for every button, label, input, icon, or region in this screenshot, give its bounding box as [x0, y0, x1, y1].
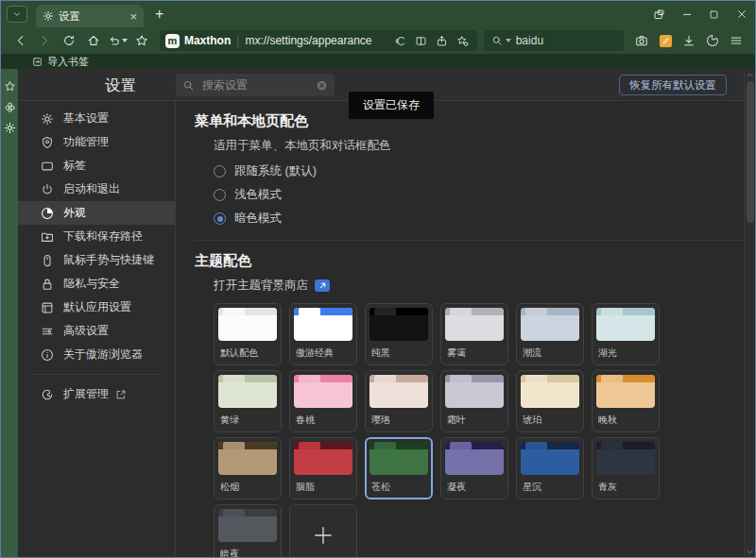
- theme-card[interactable]: 松烟: [214, 437, 282, 499]
- sidebar-item-tabs[interactable]: 标签: [18, 154, 175, 178]
- theme-card[interactable]: 晚秋: [592, 370, 660, 432]
- web-search-box[interactable]: baidu: [484, 30, 624, 51]
- theme-card[interactable]: 傲游经典: [289, 303, 357, 365]
- sidebar-item-downloads[interactable]: 下载和保存路径: [18, 225, 175, 248]
- settings-panel-button[interactable]: [4, 122, 16, 134]
- plus-icon: [312, 524, 335, 547]
- screenshot-button[interactable]: [631, 30, 653, 51]
- address-bar[interactable]: m Maxthon | mx://settings/appearance: [160, 30, 477, 51]
- favorite-page-button[interactable]: [129, 30, 154, 51]
- scrollbar-thumb[interactable]: [747, 81, 754, 223]
- back-button[interactable]: [9, 30, 33, 51]
- main-menu-button[interactable]: [726, 30, 747, 51]
- theme-name: 湖光: [598, 347, 655, 360]
- forward-button[interactable]: [33, 30, 58, 51]
- radio-button[interactable]: [214, 165, 226, 178]
- minimize-button[interactable]: [673, 1, 700, 27]
- home-button[interactable]: [81, 30, 106, 51]
- tab-list-button[interactable]: [7, 6, 27, 23]
- theme-card[interactable]: 春桃: [289, 370, 357, 432]
- theme-name: 凝夜: [447, 481, 504, 494]
- skins-button[interactable]: [702, 30, 724, 51]
- import-icon: [32, 57, 43, 67]
- notes-button[interactable]: [655, 30, 677, 51]
- theme-store-link[interactable]: 打开主题背景商店: [214, 278, 308, 294]
- reload-button[interactable]: [57, 30, 81, 51]
- theme-card[interactable]: 霜叶: [440, 370, 508, 432]
- power-icon: [41, 183, 54, 196]
- theme-card[interactable]: 黄绿: [214, 370, 282, 432]
- settings-menu: 基本设置功能管理标签启动和退出外观下载和保存路径鼠标手势与快捷键隐私与安全默认应…: [18, 101, 176, 557]
- window-controls: [645, 1, 755, 27]
- share-button[interactable]: [434, 32, 451, 49]
- theme-card[interactable]: 默认配色: [214, 303, 282, 365]
- theme-card[interactable]: 青灰: [592, 437, 660, 499]
- sidebar-item-label: 启动和退出: [63, 181, 120, 197]
- reset-all-defaults-button[interactable]: 恢复所有默认设置: [619, 75, 727, 95]
- theme-card[interactable]: 湖光: [592, 303, 660, 365]
- undo-button[interactable]: [106, 30, 130, 51]
- sidebar-item-advanced[interactable]: 高级设置: [18, 319, 175, 343]
- bookmarks-bar: 导入书签: [1, 54, 755, 69]
- theme-card[interactable]: 凝夜: [440, 437, 508, 499]
- swatch-tab: [525, 375, 547, 382]
- mouse-icon: [41, 254, 54, 267]
- sidebar-item-privacy[interactable]: 隐私与安全: [18, 272, 175, 296]
- flower-icon: [4, 101, 16, 113]
- theme-card[interactable]: 苍松: [365, 437, 433, 499]
- radio-button[interactable]: [214, 212, 226, 225]
- open-store-icon[interactable]: [315, 279, 330, 292]
- maxnote-panel-button[interactable]: [4, 101, 16, 113]
- theme-swatch: [218, 375, 277, 408]
- radio-option-dark-mode[interactable]: 暗色模式: [214, 207, 755, 230]
- tab-close-icon[interactable]: ×: [129, 10, 137, 23]
- theme-name: 默认配色: [220, 347, 277, 360]
- split-screen-button[interactable]: [413, 32, 430, 49]
- swatch-tab: [450, 442, 472, 449]
- theme-swatch: [445, 375, 504, 408]
- scroll-up-icon[interactable]: [745, 69, 756, 80]
- theme-card[interactable]: 璎珞: [365, 370, 433, 432]
- search-engine-name: baidu: [516, 34, 543, 47]
- scroll-down-icon[interactable]: [745, 546, 756, 557]
- read-aloud-button[interactable]: [392, 32, 409, 49]
- sidebar-item-about[interactable]: 关于傲游浏览器: [18, 343, 175, 366]
- favorites-settings-button[interactable]: [455, 32, 472, 49]
- theme-card[interactable]: 纯黑: [365, 303, 433, 365]
- theme-card[interactable]: 星沉: [516, 437, 584, 499]
- theme-card[interactable]: 雾霭: [440, 303, 508, 365]
- radio-button[interactable]: [214, 189, 226, 201]
- radio-option-light-mode[interactable]: 浅色模式: [214, 183, 755, 207]
- sidebar-item-extensions[interactable]: 扩展管理: [18, 382, 175, 406]
- sidebar-item-startup[interactable]: 启动和退出: [18, 178, 175, 201]
- sidebar-item-gestures[interactable]: 鼠标手势与快捷键: [18, 248, 175, 272]
- maximize-button[interactable]: [700, 1, 728, 27]
- theme-card[interactable]: 琥珀: [516, 370, 584, 432]
- theme-swatch: [218, 308, 277, 341]
- sidebar-item-appearance[interactable]: 外观: [18, 201, 175, 225]
- external-link-icon: [115, 389, 127, 400]
- read-aloud-icon: [394, 35, 406, 47]
- radio-option-follow-system[interactable]: 跟随系统 (默认): [214, 160, 755, 183]
- theme-card[interactable]: 胭脂: [289, 437, 357, 499]
- workspace-button[interactable]: [645, 1, 673, 27]
- downloads-button[interactable]: [679, 30, 700, 51]
- import-bookmarks-button[interactable]: 导入书签: [47, 55, 89, 69]
- favorites-panel-button[interactable]: [4, 80, 16, 93]
- sidebar-item-basic[interactable]: 基本设置: [18, 107, 175, 130]
- swatch-tab: [223, 308, 245, 315]
- active-tab[interactable]: 设置 ×: [36, 5, 144, 27]
- clear-search-icon[interactable]: [316, 79, 328, 92]
- sidebar-item-default-apps[interactable]: 默认应用设置: [18, 296, 175, 319]
- sidebar-item-features[interactable]: 功能管理: [18, 130, 175, 154]
- app-window-icon: [41, 301, 54, 314]
- settings-search-input[interactable]: [200, 77, 316, 93]
- theme-name: 胭脂: [296, 481, 352, 494]
- new-tab-button[interactable]: +: [155, 7, 163, 22]
- theme-card[interactable]: 潮流: [516, 303, 584, 365]
- page-scrollbar[interactable]: [744, 69, 755, 557]
- add-theme-button[interactable]: [289, 504, 357, 557]
- theme-card[interactable]: 暗夜: [214, 504, 282, 557]
- close-button[interactable]: [728, 1, 755, 27]
- swatch-tab: [223, 375, 245, 382]
